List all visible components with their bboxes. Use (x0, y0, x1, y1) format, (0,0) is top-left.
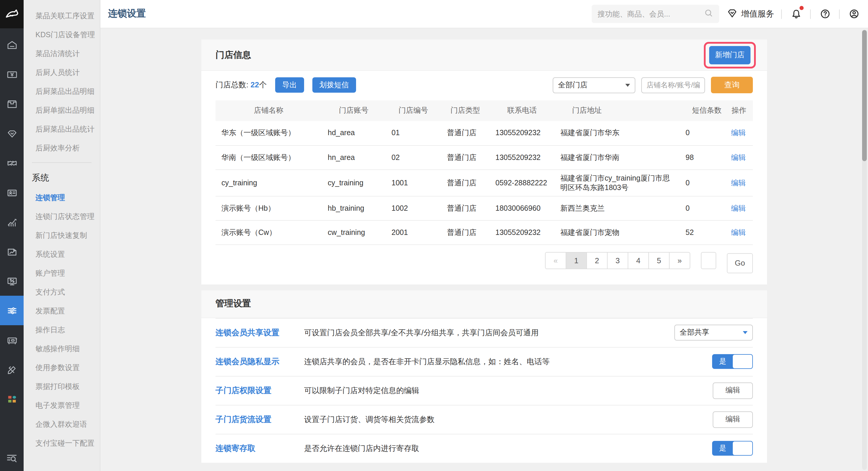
setting-name-link[interactable]: 连锁寄存取 (216, 443, 304, 453)
sidebar-item[interactable]: 系统设置 (24, 245, 100, 264)
cell-store-name: 演示账号（Hb） (216, 196, 322, 220)
store-filter-dropdown[interactable]: 全部门店 (553, 77, 636, 93)
settings-sliders-icon[interactable] (0, 296, 24, 325)
cell-store-account: hb_training (322, 196, 385, 220)
sidebar-item[interactable]: 菜品关联工序设置 (24, 6, 100, 25)
screen-rate-icon[interactable] (0, 266, 24, 296)
sidebar-item[interactable]: 后厨菜品出品统计 (24, 120, 100, 139)
sidebar-item-chain-management[interactable]: 连锁管理 (24, 188, 100, 207)
cell-store-type: 普通门店 (441, 220, 490, 244)
user-account-icon[interactable] (847, 7, 861, 21)
cell-phone: 0592-28882222 (490, 169, 554, 196)
chevron-down-icon (743, 331, 748, 334)
sidebar-item[interactable]: 电子发票管理 (24, 396, 100, 415)
edit-store-link[interactable]: 编辑 (731, 179, 746, 187)
cell-store-account: hd_area (322, 121, 385, 145)
setting-name-link[interactable]: 连锁会员隐私显示 (216, 356, 304, 367)
store-info-panel: 门店信息 新增门店 门店总数: 22个 导出 划拨短信 全部门店 (202, 39, 767, 284)
pagination-page-button[interactable]: 4 (628, 252, 649, 269)
page-title: 连锁设置 (100, 8, 146, 20)
discount-ticket-icon[interactable] (0, 148, 24, 178)
setting-name-link[interactable]: 子门店货流设置 (216, 414, 304, 425)
value-added-services-button[interactable]: 增值服务 (726, 7, 774, 21)
scrollbar-track[interactable] (862, 30, 867, 470)
sidebar-item[interactable]: 敏感操作明细 (24, 339, 100, 358)
scrollbar-thumb[interactable] (862, 30, 867, 161)
store-total-unit: 个 (259, 80, 267, 89)
membership-gem-icon[interactable] (0, 119, 24, 148)
export-button[interactable]: 导出 (275, 77, 304, 93)
search-list-icon[interactable] (5, 451, 18, 465)
package-icon[interactable] (0, 89, 24, 119)
edit-substore-permissions-button[interactable]: 编辑 (713, 382, 753, 399)
sidebar-item[interactable]: 操作日志 (24, 320, 100, 339)
edit-substore-logistics-button[interactable]: 编辑 (713, 411, 753, 428)
design-tools-icon[interactable] (0, 355, 24, 384)
brand-logo[interactable] (0, 0, 24, 28)
sidebar-item[interactable]: 后厨单据出品明细 (24, 101, 100, 120)
cell-phone: 13055209232 (490, 121, 554, 145)
main-content: 门店信息 新增门店 门店总数: 22个 导出 划拨短信 全部门店 (100, 28, 868, 471)
transfer-sms-button[interactable]: 划拨短信 (312, 77, 356, 93)
sidebar-item[interactable]: 支付宝碰一下配置 (24, 434, 100, 453)
notifications-bell-icon[interactable] (789, 7, 803, 21)
cell-address: 福建省厦门市华东 (554, 121, 680, 145)
sidebar-item[interactable]: 新门店快速复制 (24, 226, 100, 245)
pagination-jump-input[interactable] (701, 252, 716, 269)
edit-store-link[interactable]: 编辑 (731, 204, 746, 212)
store-total-label: 门店总数: (216, 80, 248, 89)
toggle-on-label: 是 (713, 443, 733, 453)
sidebar-item[interactable]: 账户管理 (24, 264, 100, 283)
sidebar-item[interactable]: 后厨菜品出品明细 (24, 82, 100, 101)
pagination-page-button[interactable]: 2 (586, 252, 608, 269)
col-store-type: 门店类型 (441, 100, 490, 121)
setting-row-member-privacy: 连锁会员隐私显示 连锁店共享的会员，是否在非开卡门店显示隐私信息，如：姓名、电话… (216, 347, 753, 376)
edit-store-link[interactable]: 编辑 (731, 153, 746, 161)
edit-store-link[interactable]: 编辑 (731, 228, 746, 237)
member-sharing-dropdown[interactable]: 全部共享 (674, 325, 753, 341)
pagination-go-button[interactable]: Go (727, 253, 753, 273)
cash-drawer-icon[interactable] (0, 325, 24, 355)
sidebar-item[interactable]: 后厨人员统计 (24, 63, 100, 82)
sidebar-item[interactable]: 发票配置 (24, 302, 100, 320)
help-icon[interactable] (818, 7, 832, 21)
icon-rail (0, 0, 24, 471)
setting-description: 是否允许在连锁门店内进行寄存取 (304, 443, 419, 453)
pagination-page-button[interactable]: 1 (566, 252, 587, 269)
setting-name-link[interactable]: 连锁会员共享设置 (216, 327, 304, 338)
sidebar-item[interactable]: 菜品沽清统计 (24, 44, 100, 63)
global-search[interactable] (592, 5, 719, 23)
search-icon[interactable] (704, 8, 713, 20)
sidebar-item[interactable]: 使用参数设置 (24, 358, 100, 377)
cell-phone: 13055209232 (490, 145, 554, 169)
sidebar-item[interactable]: KDS门店设备管理 (24, 25, 100, 44)
pagination-page-button[interactable]: 5 (648, 252, 670, 269)
member-privacy-toggle[interactable]: 是 (712, 354, 753, 369)
sidebar-item[interactable]: 票据打印模板 (24, 377, 100, 396)
setting-name-link[interactable]: 子门店权限设置 (216, 385, 304, 396)
query-button[interactable]: 查询 (711, 77, 753, 93)
chevron-down-icon (625, 84, 630, 87)
store-search-input[interactable] (641, 77, 705, 93)
chain-deposit-toggle[interactable]: 是 (712, 441, 753, 456)
id-card-icon[interactable] (0, 178, 24, 207)
edit-store-link[interactable]: 编辑 (731, 129, 746, 137)
money-icon[interactable] (0, 60, 24, 89)
menu-divider (32, 162, 92, 163)
notification-dot (800, 6, 804, 10)
pagination-prev-button[interactable]: « (545, 252, 566, 269)
apps-grid-icon[interactable] (0, 384, 24, 414)
pagination-page-button[interactable]: 3 (607, 252, 628, 269)
sidebar-item[interactable]: 支付方式 (24, 283, 100, 302)
analytics-chart-icon[interactable] (0, 207, 24, 237)
sidebar-item[interactable]: 连锁门店状态管理 (24, 207, 100, 226)
add-store-button[interactable]: 新增门店 (709, 46, 750, 64)
pagination-next-button[interactable]: » (669, 252, 690, 269)
sidebar-item[interactable]: 后厨效率分析 (24, 139, 100, 158)
sidebar-item[interactable]: 企微入群欢迎语 (24, 415, 100, 434)
report-folder-icon[interactable] (0, 237, 24, 266)
global-search-input[interactable] (597, 10, 704, 18)
cell-store-name: 华南（一级区域账号） (216, 145, 322, 169)
settings-panel-title: 管理设置 (216, 298, 251, 309)
home-icon[interactable] (0, 30, 24, 60)
